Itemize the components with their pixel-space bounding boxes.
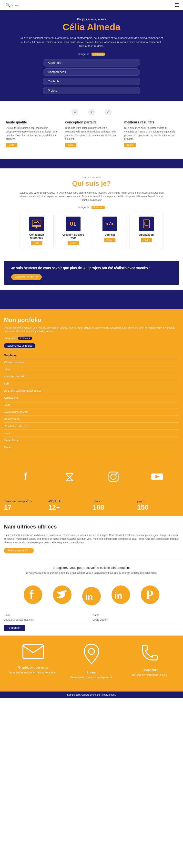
svg-point-14: [105, 468, 122, 485]
menu-item-projets[interactable]: Projets: [43, 87, 140, 94]
portfolio-filter-button[interactable]: Sélectionnez votre dite: [4, 343, 35, 348]
subscribe-button[interactable]: s'abonner: [4, 625, 25, 631]
menu-item-apprendre[interactable]: Apprendre: [43, 59, 140, 66]
email-label: Email: [4, 614, 90, 617]
service-btn-application[interactable]: Suite: [141, 238, 152, 242]
hero-title: Célia Almeda: [5, 22, 178, 32]
email-field-wrapper: Email: [4, 614, 90, 622]
contact-icons-row: Graphique pour nous Notre équipe amicale…: [4, 643, 179, 679]
twitter-box[interactable]: [52, 463, 86, 490]
portfolio-item-1[interactable]: Réseaux sociaux: [4, 359, 179, 366]
testimonial-section: Nam ultrices ultrices Etiam erat velit s…: [0, 516, 183, 561]
stat-clients: clients 108: [93, 500, 135, 512]
feature-icon-2: ♥: [88, 108, 95, 116]
svg-text:in: in: [114, 591, 122, 600]
linkedin-big-link[interactable]: in: [106, 585, 136, 608]
portfolio-item-12[interactable]: Essai, Essai: [4, 437, 179, 444]
portfolio-item-6[interactable]: Applications: [4, 394, 179, 401]
svg-text:f: f: [29, 588, 34, 602]
feature-btn-1[interactable]: Suite: [6, 143, 17, 147]
portfolio-item-0[interactable]: Graphique: [4, 352, 179, 359]
portfolio-item-11[interactable]: Essai: [4, 430, 179, 437]
facebook-box[interactable]: f: [9, 463, 43, 490]
feature-btn-2[interactable]: Suite: [65, 143, 77, 147]
features-section: ★ ♥ ✓ haute qualité Duis aute irure dolo…: [0, 101, 183, 159]
stat-projets-value: 150: [137, 503, 179, 512]
testimonial-text: Etiam erat velit scelerisque in dictum n…: [4, 533, 179, 545]
callout-box: Je suis heureux de vous savoir que plus …: [4, 261, 179, 285]
testimonial-title: Nam ultrices ultrices: [4, 524, 179, 530]
service-btn-graphique[interactable]: Suite: [31, 241, 42, 245]
facebook-big-link[interactable]: f: [18, 585, 47, 608]
contact-location-desc: Venez dire bonjour à notre siège social.: [62, 676, 120, 679]
about-title: Qui suis je?: [4, 180, 179, 187]
about-image-label: Image de Français: [4, 206, 179, 209]
application-icon: [139, 217, 154, 231]
service-title-logiciel: Logiciel: [97, 233, 123, 236]
logiciel-icon: </>: [103, 217, 117, 231]
email-input[interactable]: [4, 617, 90, 622]
twitter-big-link[interactable]: [47, 585, 77, 608]
hamburger-menu[interactable]: ☰: [175, 2, 179, 8]
search-input[interactable]: [10, 4, 32, 7]
feature-btn-3[interactable]: Suite: [124, 143, 136, 147]
service-btn-logiciel[interactable]: Suite: [104, 238, 116, 242]
portfolio-item-7[interactable]: Liens: [4, 401, 179, 408]
creation-sites-web-icon: UI: [66, 217, 80, 231]
portfolio-description: Ut enim ad minim veniam, quis nostrud ex…: [4, 326, 179, 333]
contact-section: Graphique pour nous Notre équipe amicale…: [0, 636, 183, 691]
portfolio-item-5[interactable]: De graphiste/webmaster site(s): [4, 387, 179, 394]
portfolio-item-3[interactable]: Associer port-folio: [4, 373, 179, 380]
svg-text:in: in: [85, 592, 93, 602]
callout-text: Je suis heureux de vous savoir que plus …: [11, 266, 172, 270]
feature-col-3: meilleurs résultats Duis aute irure dolo…: [122, 120, 179, 147]
newsletter-description: Si vous voulez être le premier à être mi…: [4, 571, 179, 574]
blue-spacer: [0, 290, 183, 309]
pinterest-big-link[interactable]: P: [136, 585, 165, 608]
service-card-web: UI Création de sites web Suite: [56, 213, 90, 249]
menu-item-contacts[interactable]: Contacts: [43, 78, 140, 85]
stat-projets-label: projets: [137, 500, 179, 502]
instagram-big-link[interactable]: in: [77, 585, 106, 608]
hero-image-label: Image de Français: [5, 53, 178, 56]
service-card-graphique: Conception graphique Suite: [20, 213, 54, 249]
feature-icon-3: ✓: [105, 108, 111, 116]
portfolio-item-9[interactable]: Démarrement: [4, 415, 179, 423]
phone-contact-icon: [121, 643, 179, 666]
contact-email-desc: Notre équipe amicale est là pour vous ai…: [4, 671, 62, 674]
download-cv-button[interactable]: Téléchargez le CV ↓: [4, 548, 34, 553]
name-input[interactable]: [93, 617, 179, 622]
features-row: haute qualité Duis aute irure dolor in r…: [4, 120, 179, 147]
feature-text-3: Duis aute irure dolor in reprehenderit i…: [124, 126, 177, 141]
feature-title-1: haute qualité: [6, 120, 59, 124]
contact-phone-box: Téléphoner Du lundi au vendredi de 8h à …: [121, 643, 179, 679]
callout-button[interactable]: Apprenez-en plus ici!: [11, 274, 42, 280]
portfolio-item-2[interactable]: Liens: [4, 366, 179, 373]
contact-email-title: Graphique pour nous: [4, 666, 62, 669]
newsletter-section: Enregistrez-vous pour recevoir le bullet…: [0, 561, 183, 583]
youtube-box[interactable]: [140, 463, 174, 490]
feature-col-2: conception parfaite Duis aute irure dolo…: [63, 120, 120, 147]
feature-title-3: meilleurs résultats: [124, 120, 177, 124]
navigation: 🔍 ☰: [0, 0, 183, 10]
service-card-application: Application Suite: [129, 213, 163, 249]
feature-col-1: haute qualité Duis aute irure dolor in r…: [4, 120, 61, 147]
portfolio-item-4[interactable]: Sub: [4, 380, 179, 387]
portfolio-website[interactable]: www.celiameda.com: [4, 408, 179, 415]
instagram-box[interactable]: [97, 463, 131, 490]
search-icon: 🔍: [6, 3, 10, 7]
portfolio-item-13[interactable]: Essai: [4, 444, 179, 451]
portfolio-item-10[interactable]: Résultats, Essai liens: [4, 423, 179, 430]
stat-annees-value: 12+: [48, 503, 90, 512]
portfolio-image-label: Images de Français: [4, 337, 179, 340]
stat-recompenses-label: récompenses remportées: [4, 500, 46, 502]
footer-text: Sample text. Click to select the Text El…: [67, 693, 116, 696]
hero-section: Bonjour à tous, je suis Célia Almeda Je …: [0, 10, 183, 101]
search-box[interactable]: 🔍: [4, 2, 33, 8]
about-description: Salut, je suis Jack Smith. Cliquez ici p…: [18, 191, 165, 202]
svg-point-31: [88, 649, 95, 654]
name-label: Name: [93, 614, 179, 617]
menu-item-competences[interactable]: Compétences: [43, 68, 140, 76]
service-btn-web[interactable]: Suite: [68, 241, 79, 245]
hero-description: Je suis un designer numérique amoureux d…: [18, 36, 165, 48]
